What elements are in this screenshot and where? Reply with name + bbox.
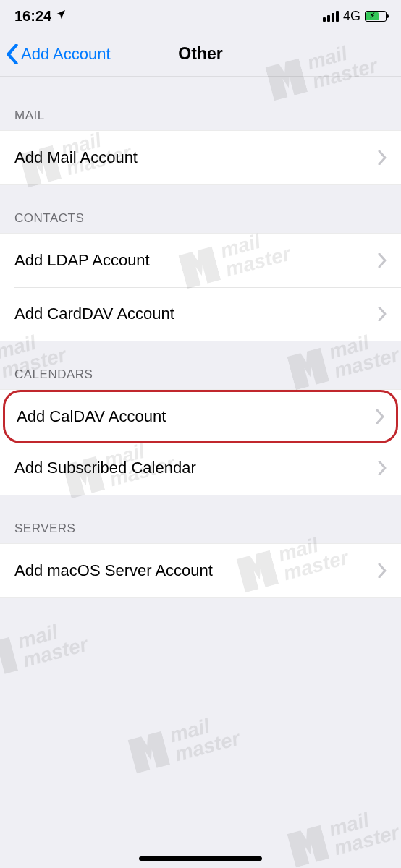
home-indicator[interactable] bbox=[139, 856, 262, 861]
chevron-right-icon bbox=[378, 563, 387, 578]
location-icon bbox=[55, 9, 67, 23]
battery-icon: ⚡︎ bbox=[365, 11, 387, 22]
list-mail: Add Mail Account bbox=[0, 130, 401, 185]
section-header-servers: Servers bbox=[0, 495, 401, 543]
row-label: Add macOS Server Account bbox=[14, 561, 213, 580]
list-servers: Add macOS Server Account bbox=[0, 543, 401, 598]
section-header-calendars: Calendars bbox=[0, 341, 401, 389]
row-add-caldav-account[interactable]: Add CalDAV Account bbox=[3, 390, 398, 443]
row-label: Add Subscribed Calendar bbox=[14, 459, 196, 477]
list-calendars: Add CalDAV Account Add Subscribed Calend… bbox=[0, 389, 401, 495]
status-time: 16:24 bbox=[14, 8, 51, 25]
list-contacts: Add LDAP Account Add CardDAV Account bbox=[0, 233, 401, 341]
chevron-right-icon bbox=[378, 253, 387, 268]
nav-bar: Add Account Other bbox=[0, 32, 401, 77]
row-label: Add CardDAV Account bbox=[14, 305, 174, 323]
status-right: 4G ⚡︎ bbox=[323, 9, 387, 24]
chevron-right-icon bbox=[378, 461, 387, 475]
chevron-right-icon bbox=[378, 150, 387, 165]
chevron-right-icon bbox=[378, 307, 387, 321]
network-label: 4G bbox=[343, 9, 360, 24]
chevron-left-icon bbox=[6, 44, 19, 64]
row-label: Add CalDAV Account bbox=[17, 407, 166, 426]
row-label: Add Mail Account bbox=[14, 148, 138, 167]
page-title: Other bbox=[178, 44, 222, 64]
row-add-macos-server-account[interactable]: Add macOS Server Account bbox=[0, 544, 401, 597]
section-header-mail: Mail bbox=[0, 77, 401, 130]
cell-signal-icon bbox=[323, 11, 339, 22]
row-label: Add LDAP Account bbox=[14, 251, 150, 270]
back-button[interactable]: Add Account bbox=[0, 44, 111, 64]
section-header-contacts: Contacts bbox=[0, 185, 401, 233]
row-add-subscribed-calendar[interactable]: Add Subscribed Calendar bbox=[0, 441, 401, 495]
status-left: 16:24 bbox=[14, 8, 67, 25]
back-label: Add Account bbox=[21, 45, 111, 64]
row-add-mail-account[interactable]: Add Mail Account bbox=[0, 131, 401, 184]
chevron-right-icon bbox=[376, 409, 384, 424]
row-add-ldap-account[interactable]: Add LDAP Account bbox=[0, 234, 401, 287]
status-bar: 16:24 4G ⚡︎ bbox=[0, 0, 401, 32]
row-add-carddav-account[interactable]: Add CardDAV Account bbox=[0, 287, 401, 341]
